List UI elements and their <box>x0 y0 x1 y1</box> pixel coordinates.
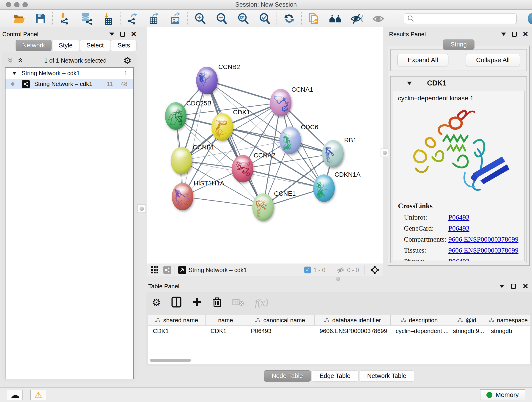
float-panel-icon[interactable] <box>512 32 517 37</box>
tab-string[interactable]: String <box>443 39 475 50</box>
refresh-icon[interactable] <box>283 12 296 25</box>
column-header-database-identifier[interactable]: database identifier <box>315 315 391 325</box>
tab-network-table[interactable]: Network Table <box>359 370 414 382</box>
close-window-button[interactable] <box>6 2 11 7</box>
float-panel-icon[interactable] <box>120 32 125 37</box>
network-options-gear-icon[interactable]: ⚙ <box>123 56 132 65</box>
delete-column-icon[interactable] <box>213 297 222 308</box>
horizontal-scrollbar[interactable] <box>150 359 191 362</box>
table-cell[interactable]: 9606.ENSP00000378699 <box>315 325 391 337</box>
duplicate-network-icon[interactable] <box>307 12 320 25</box>
close-panel-icon[interactable]: ✕ <box>131 31 137 38</box>
crosslink-link[interactable]: 9606.ENSP00000378699 <box>448 246 519 254</box>
tab-select[interactable]: Select <box>80 40 110 51</box>
entry-header[interactable]: CDK1 <box>391 77 526 90</box>
minimize-window-button[interactable] <box>14 2 19 7</box>
network-row[interactable]: String Network – cdk1 11 48 <box>6 79 133 89</box>
table-cell[interactable]: CDK1 <box>206 325 246 337</box>
tab-node-table[interactable]: Node Table <box>264 370 311 382</box>
zoom-in-icon[interactable] <box>194 12 206 25</box>
table-row[interactable]: CDK1CDK1P064939606.ENSP00000378699cyclin… <box>148 325 530 337</box>
collapse-all-button[interactable]: Collapse All <box>466 54 520 66</box>
cloud-icon: ☁ <box>10 390 19 400</box>
save-session-icon[interactable] <box>34 12 47 25</box>
crosslink-link[interactable]: P06493 <box>448 224 469 232</box>
birds-eye-view-icon[interactable] <box>178 266 186 274</box>
export-table-icon[interactable] <box>147 12 160 25</box>
import-network-icon[interactable] <box>58 12 71 25</box>
network-node-CDC6[interactable]: CDC6 <box>279 123 318 154</box>
close-panel-icon[interactable]: ✕ <box>523 31 528 38</box>
zoom-out-icon[interactable] <box>215 12 228 25</box>
expand-all-button[interactable]: Expand All <box>398 54 448 66</box>
show-all-icon[interactable] <box>372 12 385 25</box>
network-node-CCNA1[interactable]: CCNA1 <box>270 86 313 116</box>
collapse-collection-icon[interactable] <box>12 72 17 75</box>
first-neighbors-icon[interactable] <box>329 12 342 25</box>
column-header-namespace[interactable]: namespace <box>486 315 530 325</box>
network-collection-row[interactable]: String Network – cdk1 1 <box>6 68 133 79</box>
network-node-CDKN1A[interactable]: CDKN1A <box>313 171 361 202</box>
create-column-icon[interactable] <box>192 297 202 308</box>
memory-button[interactable]: Memory <box>480 389 525 400</box>
crosslink-link[interactable]: P06493 <box>448 213 469 221</box>
column-header-name[interactable]: name <box>206 315 246 325</box>
fit-selected-crosshair-icon[interactable] <box>370 265 380 274</box>
export-network-icon[interactable] <box>126 12 139 25</box>
column-header-shared-name[interactable]: shared name <box>148 315 206 325</box>
network-badge-icon[interactable] <box>163 266 171 274</box>
search-field[interactable] <box>404 13 517 24</box>
network-canvas[interactable]: CCNB2CCNA1CDC25BCDK1CDC6RB1CCNB1CCNA2CDK… <box>147 27 383 264</box>
crosslink-row: Compartments:9606.ENSP00000378699 <box>398 235 519 243</box>
table-cell[interactable]: stringdb:9... <box>448 325 486 337</box>
selected-checkbox-icon[interactable]: ✓ <box>304 267 311 274</box>
network-node-CCNB1[interactable]: CCNB1 <box>171 144 215 174</box>
horizontal-splitter-handle[interactable] <box>336 277 340 281</box>
table-options-gear-icon[interactable]: ⚙ <box>152 298 161 307</box>
tab-network[interactable]: Network <box>16 40 51 51</box>
zoom-fit-icon[interactable] <box>237 12 249 25</box>
network-node-CCNE1[interactable]: CCNE1 <box>252 190 296 221</box>
open-file-icon[interactable] <box>12 12 25 25</box>
table-cell[interactable]: P06493 <box>246 325 315 337</box>
panel-menu-icon[interactable] <box>501 32 506 36</box>
import-database-icon[interactable] <box>80 12 93 25</box>
grid-view-icon[interactable] <box>150 265 160 275</box>
network-node-RB1[interactable]: RB1 <box>322 137 356 167</box>
edge-CCNB2-HIST1H1A[interactable] <box>183 80 207 197</box>
search-input[interactable] <box>417 15 513 22</box>
table-cell[interactable]: stringdb <box>486 325 530 337</box>
cloud-button[interactable]: ☁ <box>7 390 23 400</box>
hide-selected-icon[interactable] <box>350 12 363 25</box>
crosslink-link[interactable]: P06493 <box>448 257 469 261</box>
tab-style[interactable]: Style <box>52 40 79 51</box>
panel-menu-icon[interactable] <box>109 32 114 36</box>
show-columns-icon[interactable] <box>171 297 181 308</box>
zoom-window-button[interactable] <box>22 2 28 7</box>
warnings-button[interactable]: ⚠ <box>30 390 46 400</box>
edge-CCNB2-CCNE1[interactable] <box>207 80 263 207</box>
table-cell[interactable]: cyclin–dependent ... <box>391 325 448 337</box>
tab-sets[interactable]: Sets <box>111 40 137 51</box>
export-image-icon[interactable] <box>169 12 182 25</box>
table-cell[interactable]: CDK1 <box>148 325 206 337</box>
edge-HIST1H1A-CCNE1[interactable] <box>183 197 263 207</box>
column-header-canonical-name[interactable]: canonical name <box>246 315 315 325</box>
import-table-icon[interactable] <box>101 12 114 25</box>
float-panel-icon[interactable] <box>511 284 516 289</box>
column-header-description[interactable]: description <box>391 315 448 325</box>
crosslink-link[interactable]: 9606.ENSP00000378699 <box>448 235 519 243</box>
collapse-entry-icon[interactable] <box>407 82 412 85</box>
help-icon[interactable]: ? <box>528 13 532 25</box>
expand-all-networks-icon[interactable] <box>7 57 13 64</box>
left-splitter-handle[interactable] <box>138 204 146 213</box>
edge-CCNB2-CCNA1[interactable] <box>207 80 281 103</box>
column-header--id[interactable]: @id <box>448 315 486 325</box>
network-node-HIST1H1A[interactable]: HIST1H1A <box>172 180 224 211</box>
close-panel-icon[interactable]: ✕ <box>523 283 528 290</box>
tab-edge-table[interactable]: Edge Table <box>312 370 359 382</box>
zoom-selected-icon[interactable] <box>258 12 271 25</box>
collapse-all-networks-icon[interactable] <box>17 57 23 64</box>
network-node-CCNB2[interactable]: CCNB2 <box>196 63 240 94</box>
panel-menu-icon[interactable] <box>499 285 504 288</box>
